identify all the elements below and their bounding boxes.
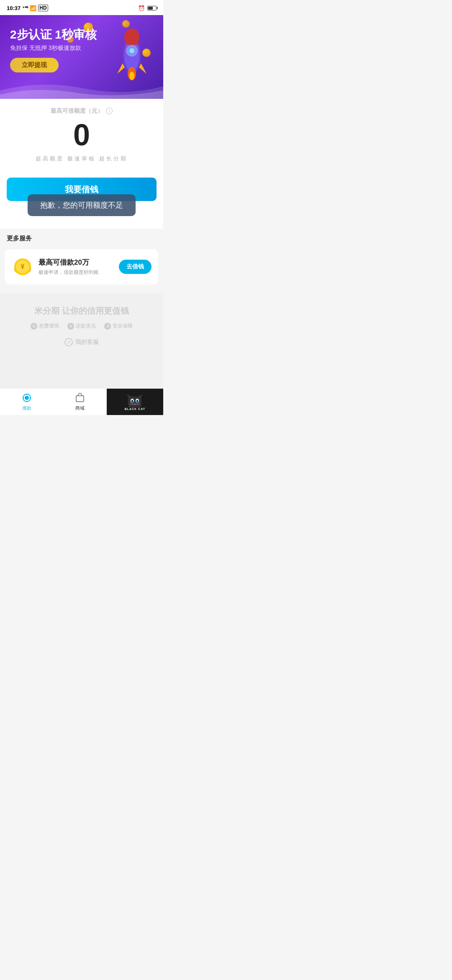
feature-2: ② 还款灵活: [67, 322, 96, 330]
banner-subtitle: 免担保 无抵押 3秒极速放款: [10, 44, 97, 52]
info-icon[interactable]: i: [106, 108, 113, 114]
banner-cta-button[interactable]: 立即提现: [10, 58, 59, 72]
loan-desc: 极速申请，借款额度秒到账: [39, 269, 114, 276]
time-display: 10:37: [7, 5, 21, 11]
hd-badge: HD: [38, 5, 48, 11]
banner-title: 2步认证 1秒审核: [10, 28, 97, 42]
banner: 2步认证 1秒审核 免担保 无抵押 3秒极速放款 立即提现: [0, 15, 163, 99]
feature-label-3: 安全保障: [113, 322, 133, 330]
blackcat-text: BLACK CAT: [125, 407, 145, 410]
nav-item-mine[interactable]: BLACK CAT: [107, 389, 163, 415]
gold-coin-icon: ¥: [12, 256, 33, 278]
customer-service[interactable]: ↺ 我的客服: [7, 338, 157, 346]
more-services-section: 更多服务: [0, 229, 163, 246]
bottom-promo-section: 米分期 让你的信用更值钱 ① 息费透明 ② 还款灵活 ③ 安全保障 ↺ 我的客服: [0, 293, 163, 388]
shop-nav-label: 商城: [75, 405, 85, 411]
status-bar: 10:37 ⁺⁴⁶ 📶 HD ⏰: [0, 0, 163, 15]
promo-title: 米分期 让你的信用更值钱: [7, 305, 157, 317]
borrow-nav-icon: [21, 392, 32, 403]
more-services-title: 更多服务: [7, 235, 32, 242]
insufficient-popup: 抱歉，您的可用额度不足: [28, 194, 136, 216]
signal-indicator: ⁺⁴⁶: [22, 5, 28, 11]
customer-service-label: 我的客服: [75, 338, 99, 346]
loan-action-button[interactable]: 去借钱: [119, 260, 152, 274]
borrow-button-container: 我要借钱 抱歉，您的可用额度不足: [0, 171, 163, 208]
banner-content: 2步认证 1秒审核 免担保 无抵押 3秒极速放款 立即提现: [10, 28, 97, 72]
credit-amount: 0: [7, 120, 157, 150]
credit-label: 最高可借额度（元） i: [7, 107, 157, 115]
loan-title: 最高可借款20万: [39, 258, 114, 267]
svg-point-5: [129, 48, 134, 53]
svg-point-13: [25, 396, 28, 400]
wave-decoration: [0, 78, 163, 99]
status-right: ⏰: [138, 5, 157, 11]
alarm-icon: ⏰: [138, 5, 145, 11]
promo-features: ① 息费透明 ② 还款灵活 ③ 安全保障: [7, 322, 157, 330]
credit-tags: 超高额度 极速审核 超长分期: [7, 155, 157, 162]
loan-card-container: ¥ 最高可借款20万 极速申请，借款额度秒到账 去借钱: [0, 246, 163, 293]
svg-point-27: [137, 400, 138, 402]
status-left: 10:37 ⁺⁴⁶ 📶 HD: [7, 5, 48, 11]
feature-label-2: 还款灵活: [76, 322, 96, 330]
borrow-nav-label: 借款: [22, 405, 31, 411]
shop-nav-icon: [74, 392, 85, 403]
feature-label-1: 息费透明: [39, 322, 59, 330]
svg-rect-18: [76, 396, 84, 402]
feature-num-3: ③: [104, 323, 111, 330]
feature-1: ① 息费透明: [31, 322, 59, 330]
signal-bars: 📶: [30, 5, 36, 11]
svg-point-26: [132, 400, 133, 402]
rocket-illustration: [109, 23, 155, 82]
loan-info: 最高可借款20万 极速申请，借款额度秒到账: [39, 258, 114, 276]
battery-icon: [147, 6, 157, 10]
feature-num-2: ②: [67, 323, 74, 330]
bottom-spacer: [7, 346, 157, 380]
svg-point-28: [134, 404, 136, 405]
svg-rect-19: [128, 397, 141, 407]
svg-text:¥: ¥: [21, 263, 25, 270]
blackcat-logo: BLACK CAT: [125, 393, 145, 410]
loan-card: ¥ 最高可借款20万 极速申请，借款额度秒到账 去借钱: [5, 249, 158, 284]
bottom-nav: 借款 商城: [0, 388, 163, 415]
feature-num-1: ①: [31, 323, 37, 330]
nav-item-shop[interactable]: 商城: [53, 389, 106, 415]
nav-item-borrow[interactable]: 借款: [0, 389, 53, 415]
feature-3: ③ 安全保障: [104, 322, 133, 330]
credit-section: 最高可借额度（元） i 0 超高额度 极速审核 超长分期: [0, 99, 163, 171]
service-icon: ↺: [64, 338, 73, 346]
